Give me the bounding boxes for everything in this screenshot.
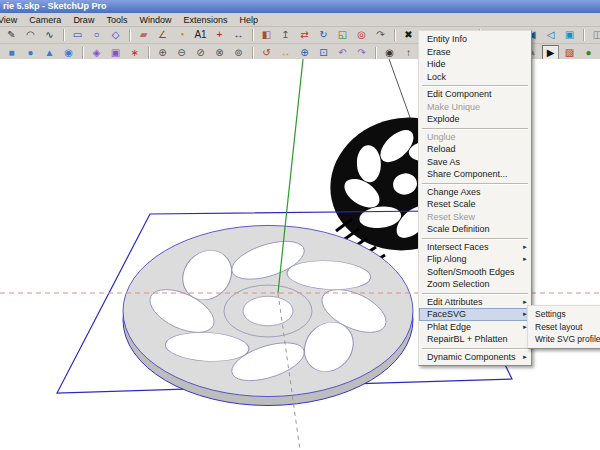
eraser-tool-icon[interactable]: ▰ [135, 27, 152, 43]
context-menu: Entity InfoEraseHideLockEdit ComponentMa… [418, 30, 532, 366]
context-item-label: Scale Definition [427, 224, 490, 234]
context-item-label: Lock [427, 72, 446, 82]
context-item-explode[interactable]: Explode [419, 113, 531, 126]
toolbar-separator [583, 29, 584, 41]
context-item-label: Edit Attributes [427, 297, 483, 307]
scale-tool-icon[interactable]: ◱ [334, 27, 351, 43]
context-item-label: Make Unique [427, 102, 480, 112]
context-item-make-unique: Make Unique [419, 101, 531, 114]
context-item-lock[interactable]: Lock [419, 71, 531, 84]
push-pull-tool-icon[interactable]: ↥ [277, 27, 294, 43]
context-item-erase[interactable]: Erase [419, 46, 531, 59]
context-item-dynamic-components[interactable]: Dynamic Components► [419, 351, 531, 364]
delete-x-icon[interactable]: ✖ [400, 27, 417, 43]
context-item-share-component[interactable]: Share Component... [419, 168, 531, 181]
tape-measure-tool-icon[interactable]: ∠ [154, 27, 171, 43]
context-item-repairbl-phlatten[interactable]: RepairBL + Phlatten [419, 333, 531, 346]
context-item-label: Edit Component [427, 89, 492, 99]
menu-window[interactable]: Window [133, 15, 177, 25]
menu-camera[interactable]: Camera [23, 15, 67, 25]
context-item-zoom-selection[interactable]: Zoom Selection [419, 278, 531, 291]
context-item-hide[interactable]: Hide [419, 58, 531, 71]
context-item-label: Change Axes [427, 187, 481, 197]
menu-separator [422, 293, 528, 294]
context-item-label: Erase [427, 47, 451, 57]
context-item-reset-skew: Reset Skew [419, 211, 531, 224]
context-item-label: Share Component... [427, 169, 508, 179]
menubar: ViewCameraDrawToolsWindowExtensionsHelp [0, 13, 600, 27]
context-item-change-axes[interactable]: Change Axes [419, 186, 531, 199]
circle-tool-icon[interactable]: ○ [88, 27, 105, 43]
menu-view[interactable]: View [0, 15, 23, 25]
submenu-item-reset-layout[interactable]: Reset layout [528, 321, 600, 334]
view-iso-icon[interactable]: ▣ [561, 27, 578, 43]
context-item-edit-attributes[interactable]: Edit Attributes► [419, 296, 531, 309]
follow-me-tool-icon[interactable]: ↷ [372, 27, 389, 43]
context-item-label: Unglue [427, 132, 456, 142]
sketchup-window: { "window": { "title": "rie 5.skp - Sket… [0, 0, 600, 450]
move-tool-icon[interactable]: ⇄ [296, 27, 313, 43]
context-item-edit-component[interactable]: Edit Component [419, 88, 531, 101]
context-item-label: FaceSVG [427, 309, 466, 319]
context-item-reload[interactable]: Reload [419, 143, 531, 156]
axes-tool-icon[interactable]: + [211, 27, 228, 43]
submenu-arrow-icon: ► [522, 253, 528, 266]
context-item-label: Reset Skew [427, 212, 475, 222]
rectangle-tool-icon[interactable]: ▭ [69, 27, 86, 43]
protractor-tool-icon[interactable]: ◔ [173, 27, 190, 43]
polygon-tool-icon[interactable]: ◇ [107, 27, 124, 43]
titlebar[interactable]: rie 5.skp - SketchUp Pro [0, 0, 600, 13]
context-item-flip-along[interactable]: Flip Along► [419, 253, 531, 266]
submenu-item-settings[interactable]: Settings [528, 308, 600, 321]
toolbar-separator [375, 47, 376, 59]
rotate-tool-icon[interactable]: ↻ [315, 27, 332, 43]
menu-tools[interactable]: Tools [100, 15, 133, 25]
submenu-arrow-icon: ► [522, 241, 528, 254]
context-item-label: Flip Along [427, 254, 467, 264]
menu-separator [422, 183, 528, 184]
context-item-label: Hide [427, 59, 446, 69]
menu-separator [422, 348, 528, 349]
context-item-soften-smooth-edges[interactable]: Soften/Smooth Edges [419, 266, 531, 279]
context-item-label: Explode [427, 114, 460, 124]
view-right-icon[interactable]: ◁ [542, 27, 559, 43]
dimension-tool-icon[interactable]: ↔ [230, 27, 247, 43]
wheel-component[interactable] [123, 225, 413, 405]
toolbar-separator [252, 29, 253, 41]
facesvg-submenu: SettingsReset layoutWrite SVG profile [527, 305, 600, 349]
context-item-label: Intersect Faces [427, 242, 489, 252]
context-item-unglue: Unglue [419, 131, 531, 144]
context-item-save-as[interactable]: Save As [419, 156, 531, 169]
toolbar-separator [252, 47, 253, 59]
menu-help[interactable]: Help [233, 15, 264, 25]
context-item-label: Soften/Smooth Edges [427, 267, 515, 277]
context-item-label: Entity Info [427, 34, 467, 44]
edge-line [389, 59, 412, 123]
menu-extensions[interactable]: Extensions [177, 15, 233, 25]
paint-bucket-tool-icon[interactable]: ◧ [258, 27, 275, 43]
context-item-reset-scale[interactable]: Reset Scale [419, 198, 531, 211]
submenu-arrow-icon: ► [522, 351, 528, 364]
toolbar-separator [82, 47, 83, 59]
section-plane-icon[interactable]: ◫ [589, 27, 600, 43]
toolbar-separator [63, 29, 64, 41]
context-item-phlat-edge[interactable]: Phlat Edge► [419, 321, 531, 334]
freehand-tool-icon[interactable]: ∿ [41, 27, 58, 43]
offset-tool-icon[interactable]: ◎ [353, 27, 370, 43]
context-item-label: RepairBL + Phlatten [427, 334, 507, 344]
context-item-facesvg[interactable]: FaceSVG► [419, 308, 531, 321]
text-tool-icon[interactable]: A1 [192, 27, 209, 43]
menu-separator [422, 238, 528, 239]
line-tool-icon[interactable]: ✎ [3, 27, 20, 43]
context-item-entity-info[interactable]: Entity Info [419, 33, 531, 46]
context-item-intersect-faces[interactable]: Intersect Faces► [419, 241, 531, 254]
context-item-label: Zoom Selection [427, 279, 490, 289]
context-item-label: Dynamic Components [427, 352, 516, 362]
context-item-label: Phlat Edge [427, 322, 471, 332]
menu-separator [422, 128, 528, 129]
window-title: rie 5.skp - SketchUp Pro [3, 1, 107, 11]
submenu-item-write-svg-profile[interactable]: Write SVG profile [528, 333, 600, 346]
menu-draw[interactable]: Draw [67, 15, 100, 25]
context-item-scale-definition[interactable]: Scale Definition [419, 223, 531, 236]
arc-tool-icon[interactable]: ◠ [22, 27, 39, 43]
